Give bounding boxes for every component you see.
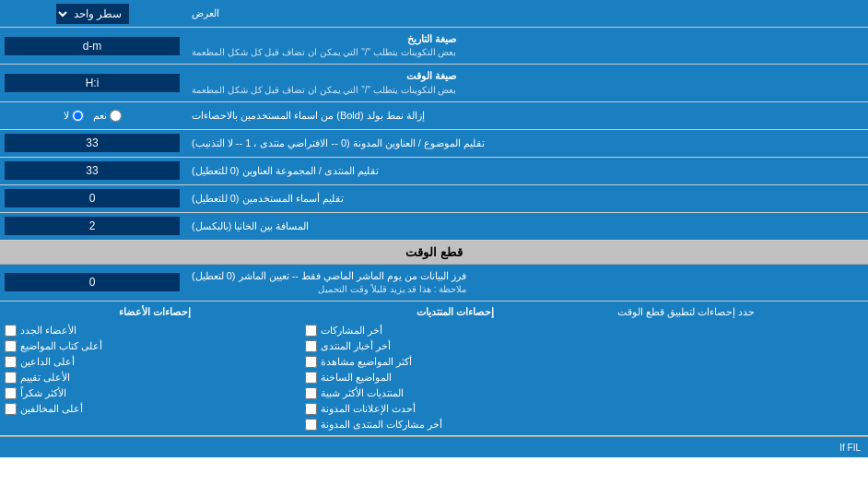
forums-per-page-label: تقليم المنتدى / المجموعة العناوين (0 للت…	[184, 158, 868, 184]
cutoff-section-header: قطع الوقت	[0, 241, 868, 265]
stat-member-check-3[interactable]	[5, 356, 17, 368]
stat-check-2[interactable]	[305, 340, 317, 352]
stat-item-4: المواضيع الساخنة	[305, 372, 605, 384]
stats-col-forums: إحصاءات المنتديات أخر المشاركات أخر أخبا…	[305, 306, 605, 431]
distance-row: المسافة بين الخانيا (بالبكسل) 2	[0, 213, 868, 241]
distance-input: 2	[0, 213, 184, 240]
stat-check-6[interactable]	[305, 403, 317, 415]
stats-section: حدد إحصاءات لتطبيق قطع الوقت إحصاءات الم…	[0, 302, 868, 436]
bold-remove-label: إزالة نمط بولد (Bold) من اسماء المستخدمي…	[184, 102, 868, 129]
users-per-page-field[interactable]: 0	[5, 189, 180, 207]
stat-item-3: أكثر المواضيع مشاهدة	[305, 356, 605, 368]
users-per-page-label: تقليم أسماء المستخدمين (0 للتعطيل)	[184, 185, 868, 212]
bold-yes-label: نعم	[93, 110, 122, 122]
bold-no-label: لا	[64, 110, 84, 122]
stat-check-1[interactable]	[305, 325, 317, 337]
date-format-row: صيغة التاريخ بعض التكوينات يتطلب "/" الت…	[0, 28, 868, 65]
time-format-field[interactable]: H:i	[5, 74, 180, 92]
bottom-note-row: If FIL	[0, 436, 868, 457]
stats-col-members: إحصاءات الأعضاء الأعضاء الجدد أعلى كتاب …	[5, 306, 305, 431]
bottom-note-text: If FIL	[839, 443, 861, 453]
stats-col-forums-header: إحصاءات المنتديات	[305, 306, 605, 318]
stat-member-2: أعلى كتاب المواضيع	[5, 340, 305, 352]
stat-member-check-6[interactable]	[5, 403, 17, 415]
time-format-input: H:i	[0, 65, 184, 101]
stats-main-label: حدد إحصاءات لتطبيق قطع الوقت	[610, 302, 868, 435]
stat-member-6: أعلى المخالفين	[5, 403, 305, 415]
forums-per-page-input: 33	[0, 158, 184, 184]
forums-per-page-field[interactable]: 33	[5, 161, 180, 180]
stats-col-members-header: إحصاءات الأعضاء	[5, 306, 305, 318]
forums-per-page-row: تقليم المنتدى / المجموعة العناوين (0 للت…	[0, 158, 868, 185]
bold-radio-group: نعم لا	[61, 107, 124, 124]
display-row: العرض سطر واحد سطرين ثلاثة أسطر	[0, 0, 868, 28]
stat-check-7[interactable]	[305, 419, 317, 431]
stat-check-4[interactable]	[305, 372, 317, 384]
topics-per-page-input: 33	[0, 130, 184, 157]
stat-member-5: الأكثر شكراً	[5, 387, 305, 399]
cutoff-row: فرز البيانات من يوم الماشر الماضي فقط --…	[0, 265, 868, 302]
stat-member-1: الأعضاء الجدد	[5, 325, 305, 337]
display-label: العرض	[184, 0, 868, 27]
stat-item-1: أخر المشاركات	[305, 325, 605, 337]
stat-check-3[interactable]	[305, 356, 317, 368]
date-format-field[interactable]: d-m	[5, 37, 180, 55]
stats-checkboxes: إحصاءات المنتديات أخر المشاركات أخر أخبا…	[0, 302, 610, 435]
stat-member-check-4[interactable]	[5, 372, 17, 384]
time-format-label: صيغة الوقت بعض التكوينات يتطلب "/" التي …	[184, 65, 868, 101]
stat-item-7: أخر مشاركات المنتدى المدونة	[305, 419, 605, 431]
topics-per-page-label: تقليم الموضوع / العناوين المدونة (0 -- ا…	[184, 130, 868, 157]
time-format-row: صيغة الوقت بعض التكوينات يتطلب "/" التي …	[0, 65, 868, 101]
bold-yes-radio[interactable]	[110, 110, 122, 122]
bold-no-radio[interactable]	[72, 110, 84, 122]
distance-field[interactable]: 2	[5, 217, 180, 235]
main-container: العرض سطر واحد سطرين ثلاثة أسطر صيغة الت…	[0, 0, 868, 457]
stat-item-2: أخر أخبار المنتدى	[305, 340, 605, 352]
stat-item-5: المنتديات الأكثر شبية	[305, 387, 605, 399]
topics-per-page-field[interactable]: 33	[5, 134, 180, 152]
cutoff-label: فرز البيانات من يوم الماشر الماضي فقط --…	[184, 265, 868, 301]
users-per-page-row: تقليم أسماء المستخدمين (0 للتعطيل) 0	[0, 185, 868, 213]
display-input: سطر واحد سطرين ثلاثة أسطر	[0, 0, 184, 27]
cutoff-input: 0	[0, 265, 184, 301]
stat-member-check-1[interactable]	[5, 325, 17, 337]
stat-check-5[interactable]	[305, 387, 317, 399]
stat-member-check-2[interactable]	[5, 340, 17, 352]
date-format-label: صيغة التاريخ بعض التكوينات يتطلب "/" الت…	[184, 28, 868, 64]
topics-per-page-row: تقليم الموضوع / العناوين المدونة (0 -- ا…	[0, 130, 868, 158]
stat-member-3: أعلى الداعين	[5, 356, 305, 368]
stat-member-4: الأعلى تقييم	[5, 372, 305, 384]
display-select[interactable]: سطر واحد سطرين ثلاثة أسطر	[56, 4, 129, 24]
stat-item-6: أحدث الإعلانات المدونة	[305, 403, 605, 415]
cutoff-field[interactable]: 0	[5, 273, 180, 291]
distance-label: المسافة بين الخانيا (بالبكسل)	[184, 213, 868, 240]
bold-remove-row: إزالة نمط بولد (Bold) من اسماء المستخدمي…	[0, 102, 868, 130]
users-per-page-input: 0	[0, 185, 184, 212]
date-format-input: d-m	[0, 28, 184, 64]
stat-member-check-5[interactable]	[5, 387, 17, 399]
bold-remove-input: نعم لا	[0, 102, 184, 129]
